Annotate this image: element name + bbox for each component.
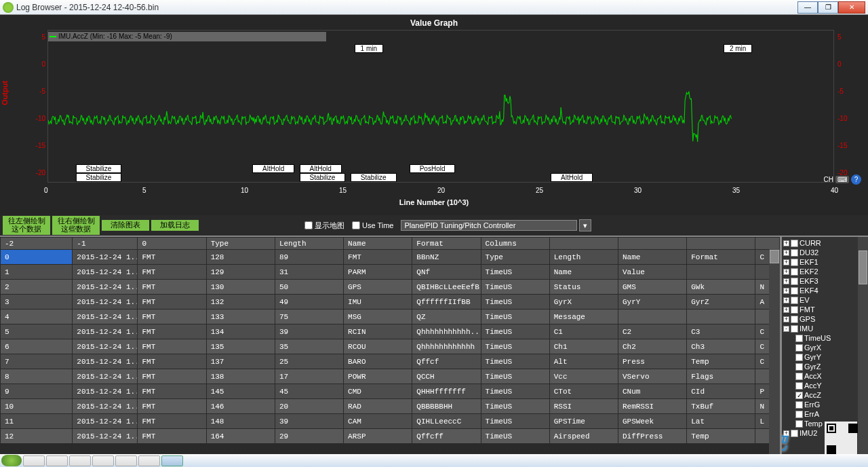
tree-checkbox[interactable]: ✓ [795, 392, 803, 399]
tree-item[interactable]: TimeUS [782, 333, 868, 343]
tree-item[interactable]: +EKF2 [782, 267, 868, 276]
clear-chart-button[interactable]: 清除图表 [102, 220, 149, 231]
tree-checkbox[interactable] [791, 259, 798, 266]
tree-checkbox[interactable] [791, 268, 798, 276]
column-header[interactable] [755, 238, 780, 250]
taskbar-active-app[interactable] [161, 455, 183, 466]
column-header[interactable] [687, 238, 755, 250]
help-icon[interactable]: ? [851, 174, 861, 185]
tree-item[interactable]: +GPS [782, 314, 868, 324]
taskbar-pin-3[interactable] [69, 455, 91, 466]
column-header[interactable]: -2 [1, 238, 73, 250]
tree-item[interactable]: +EKF1 [782, 257, 868, 267]
expand-icon[interactable]: + [783, 430, 789, 436]
table-row[interactable]: 62015-12-24 1...FMT13535RCOUQhhhhhhhhhhh… [1, 339, 780, 354]
expand-icon[interactable]: - [783, 326, 789, 332]
tree-item[interactable]: GyrZ [782, 362, 868, 371]
tree-item[interactable]: AccX [782, 371, 868, 381]
tree-checkbox[interactable] [791, 249, 798, 257]
load-log-button[interactable]: 加载日志 [151, 220, 199, 231]
tree-item[interactable]: +CURR [782, 238, 868, 248]
table-row[interactable]: 82015-12-24 1...FMT13817POWRQCCHTimeUSVc… [1, 369, 780, 384]
table-scrollbar[interactable] [769, 249, 780, 454]
table-row[interactable]: 102015-12-24 1...FMT14620RADQBBBBBHHTime… [1, 399, 780, 414]
start-button[interactable] [1, 455, 22, 466]
tree-item[interactable]: -IMU [782, 324, 868, 333]
taskbar-pin-4[interactable] [92, 455, 114, 466]
field-tree[interactable]: +CURR+DU32+EKF1+EKF2+EKF3+EKF4+EV+FMT+GP… [782, 237, 868, 439]
column-header[interactable]: -1 [73, 238, 138, 250]
tree-item[interactable]: +EKF4 [782, 286, 868, 295]
tree-item[interactable]: +FMT [782, 305, 868, 314]
tree-checkbox[interactable] [795, 335, 803, 342]
tree-checkbox[interactable] [791, 240, 798, 247]
tree-checkbox[interactable] [791, 316, 798, 323]
use-time-checkbox[interactable]: Use Time [352, 221, 393, 229]
tree-item[interactable]: +DU32 [782, 248, 868, 257]
preset-select-arrow[interactable]: ▾ [579, 219, 591, 231]
column-header[interactable]: Format [412, 238, 481, 250]
tree-checkbox[interactable] [795, 411, 803, 418]
tree-checkbox[interactable] [795, 420, 803, 428]
ch-pill-icon[interactable]: ⌨ [835, 176, 849, 183]
tree-checkbox[interactable] [791, 287, 798, 295]
expand-icon[interactable]: + [783, 307, 789, 313]
expand-icon[interactable]: + [783, 316, 789, 322]
expand-icon[interactable]: + [783, 240, 789, 246]
column-header[interactable]: Type [206, 238, 275, 250]
expand-icon[interactable]: + [783, 269, 789, 275]
tree-checkbox[interactable] [795, 354, 803, 361]
tree-item[interactable]: ✓AccZ [782, 390, 868, 400]
tree-item[interactable]: +EKF3 [782, 276, 868, 286]
table-row[interactable]: 12015-12-24 1...FMT12931PARMQNfTimeUSNam… [1, 265, 780, 280]
column-header[interactable]: Columns [481, 238, 549, 250]
maximize-button[interactable]: ❐ [818, 1, 838, 14]
column-header[interactable]: 0 [138, 238, 206, 250]
plot-area[interactable]: IMU.AccZ (Min: -16 Max: -5 Mean: -9) 1 m… [47, 30, 834, 183]
tree-item[interactable]: +EV [782, 295, 868, 305]
tree-checkbox[interactable] [791, 297, 798, 304]
data-grid[interactable]: -2-10TypeLengthNameFormatColumns02015-12… [0, 237, 780, 444]
tree-checkbox[interactable] [791, 306, 798, 314]
table-row[interactable]: 112015-12-24 1...FMT14839CAMQIHLLeeccCTi… [1, 414, 780, 429]
tree-checkbox[interactable] [795, 373, 803, 380]
table-row[interactable]: 32015-12-24 1...FMT13249IMUQffffffIIfBBT… [1, 295, 780, 310]
tree-item[interactable]: Temp [782, 419, 868, 428]
table-row[interactable]: 22015-12-24 1...FMT13050GPSQBIHBcLLeeEef… [1, 280, 780, 295]
column-header[interactable] [549, 238, 618, 250]
draw-left-button[interactable]: 往左侧绘制 这个数据 [3, 216, 50, 234]
expand-icon[interactable]: + [783, 278, 789, 284]
taskbar-pin-1[interactable] [23, 455, 45, 466]
column-header[interactable] [618, 238, 686, 250]
column-header[interactable]: Length [275, 238, 343, 250]
tree-checkbox[interactable] [791, 325, 798, 333]
taskbar-pin-6[interactable] [138, 455, 160, 466]
expand-icon[interactable]: + [783, 297, 789, 303]
taskbar[interactable] [0, 454, 868, 467]
tree-item[interactable]: GyrX [782, 343, 868, 352]
table-row[interactable]: 122015-12-24 1...FMT16429ARSPQffcffTimeU… [1, 429, 780, 444]
draw-right-button[interactable]: 往右侧绘制 这些数据 [52, 216, 100, 234]
show-map-checkbox[interactable]: 显示地图 [304, 221, 344, 231]
tree-item[interactable]: ErrG [782, 400, 868, 409]
taskbar-pin-5[interactable] [115, 455, 137, 466]
table-row[interactable]: 02015-12-24 1...FMT12889FMTBBnNZTypeLeng… [1, 250, 780, 265]
tree-item[interactable]: AccY [782, 381, 868, 390]
table-row[interactable]: 72015-12-24 1...FMT13725BAROQffcfTimeUSA… [1, 354, 780, 369]
preset-select[interactable]: Plane/PID Tuning/Pitch Controller [401, 220, 577, 231]
tree-checkbox[interactable] [795, 401, 803, 409]
expand-icon[interactable]: + [783, 259, 789, 265]
table-row[interactable]: 42015-12-24 1...FMT13375MSGQZTimeUSMessa… [1, 310, 780, 324]
expand-icon[interactable]: + [783, 250, 789, 256]
tree-item[interactable]: GyrY [782, 352, 868, 362]
taskbar-pin-2[interactable] [46, 455, 68, 466]
expand-icon[interactable]: + [783, 288, 789, 294]
tree-item[interactable]: ErrA [782, 409, 868, 419]
tree-checkbox[interactable] [791, 430, 798, 437]
tree-checkbox[interactable] [795, 344, 803, 352]
tree-checkbox[interactable] [791, 278, 798, 285]
tree-item[interactable]: +IMU2 [782, 428, 868, 438]
table-row[interactable]: 92015-12-24 1...FMT14545CMDQHHHfffffffTi… [1, 384, 780, 399]
table-row[interactable]: 52015-12-24 1...FMT13439RCINQhhhhhhhhhhh… [1, 324, 780, 339]
tree-checkbox[interactable] [795, 363, 803, 371]
